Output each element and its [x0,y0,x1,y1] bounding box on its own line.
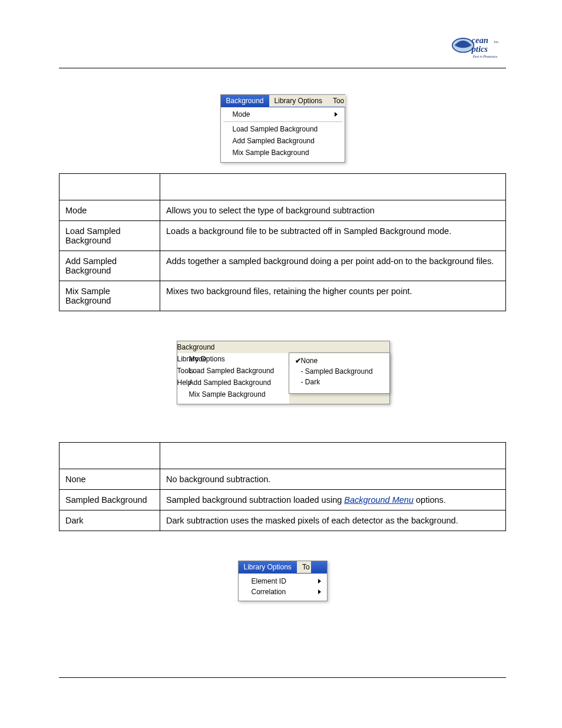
mode-flyout: ✔None - Sampled Background - Dark [289,353,390,394]
svg-text:Inc.: Inc. [494,40,500,44]
table-row: Load Sampled Background Loads a backgrou… [59,221,506,251]
footer-divider [59,677,506,678]
tab-library-options: Library Options [269,95,328,107]
mode-submenu-screenshot: Background Library Options Tools Help Mo… [177,341,389,404]
menu-item-add-bg: Add Sampled Background [177,377,289,388]
header-divider [59,68,506,68]
background-menu-screenshot: Background Library Options Too Mode Load… [220,94,345,163]
submenu-item-none: ✔None [289,355,389,366]
menu-item-element-id: Element ID [239,576,327,587]
menu-separator [223,121,342,122]
text: Sampled background subtraction loaded us… [166,495,344,505]
submenu-arrow-icon [282,355,285,360]
svg-text:ptics: ptics [471,44,488,54]
brand-logo: cean ptics Inc. First in Photonics [450,32,506,62]
tab-cut: Too [328,95,345,107]
table-row: Mix Sample Background Mixes two backgrou… [59,281,506,311]
table-row: None No background subtraction. [59,469,506,490]
menu-item-add-bg: Add Sampled Background [221,135,345,147]
submenu-arrow-icon [335,112,338,117]
check-icon: ✔ [295,357,301,365]
submenu-arrow-icon [318,579,321,584]
tab-background: Background [177,341,389,353]
background-menu-link[interactable]: Background Menu [344,495,414,505]
table-row: Mode Allows you to select the type of ba… [59,200,506,221]
background-menu-table: Mode Allows you to select the type of ba… [59,173,506,311]
table-row: Add Sampled Background Adds together a s… [59,251,506,281]
tab-library-options: Library Options [239,561,297,573]
tab-background: Background [221,95,269,107]
text: options. [414,495,446,505]
library-options-screenshot: Library Options To Element ID Correlatio… [238,561,328,601]
table-row: Dark Dark subtraction uses the masked pi… [59,510,506,531]
submenu-item-sampled: - Sampled Background [289,366,389,377]
svg-text:cean: cean [472,35,488,45]
menu-item-mode: Mode [221,108,345,120]
submenu-item-dark: - Dark [289,377,389,387]
menu-item-correlation: Correlation [239,587,327,597]
mode-options-table: None No background subtraction. Sampled … [59,442,506,531]
svg-text:First in Photonics: First in Photonics [472,55,497,58]
menu-item-mix-bg: Mix Sample Background [221,147,345,159]
submenu-arrow-icon [318,589,321,594]
menu-item-load-bg: Load Sampled Background [221,123,345,135]
tab-cut: To [297,561,311,573]
menu-item-load-bg: Load Sampled Background [177,365,289,377]
table-row: Sampled Background Sampled background su… [59,490,506,510]
menu-item-mix-bg: Mix Sample Background [177,388,289,400]
